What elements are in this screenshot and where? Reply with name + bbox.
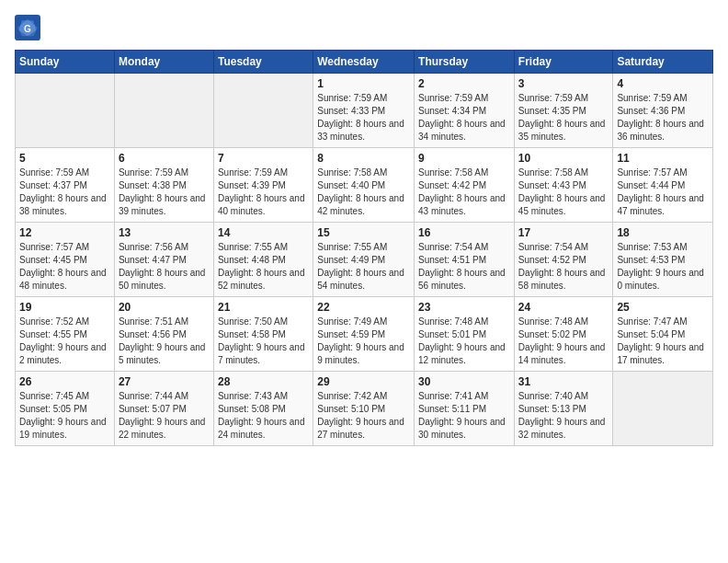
weekday-header: Monday — [114, 51, 213, 74]
day-number: 17 — [518, 226, 609, 239]
day-info: Sunrise: 7:59 AM Sunset: 4:33 PM Dayligh… — [317, 92, 410, 144]
calendar-cell: 3Sunrise: 7:59 AM Sunset: 4:35 PM Daylig… — [514, 74, 613, 148]
day-info: Sunrise: 7:43 AM Sunset: 5:08 PM Dayligh… — [218, 390, 309, 442]
day-info: Sunrise: 7:54 AM Sunset: 4:51 PM Dayligh… — [418, 241, 510, 293]
calendar-cell — [213, 74, 313, 148]
day-info: Sunrise: 7:58 AM Sunset: 4:43 PM Dayligh… — [518, 167, 609, 218]
day-info: Sunrise: 7:42 AM Sunset: 5:10 PM Dayligh… — [317, 390, 410, 442]
calendar-cell: 28Sunrise: 7:43 AM Sunset: 5:08 PM Dayli… — [213, 372, 313, 446]
day-number: 3 — [518, 77, 609, 90]
day-info: Sunrise: 7:57 AM Sunset: 4:44 PM Dayligh… — [617, 167, 709, 218]
calendar-cell — [16, 74, 115, 148]
calendar-cell: 21Sunrise: 7:50 AM Sunset: 4:58 PM Dayli… — [213, 297, 313, 372]
day-number: 23 — [418, 301, 510, 314]
day-number: 26 — [19, 375, 110, 388]
calendar-cell: 11Sunrise: 7:57 AM Sunset: 4:44 PM Dayli… — [613, 148, 713, 223]
day-number: 2 — [418, 77, 510, 90]
calendar-cell: 10Sunrise: 7:58 AM Sunset: 4:43 PM Dayli… — [514, 148, 613, 223]
day-info: Sunrise: 7:59 AM Sunset: 4:35 PM Dayligh… — [518, 92, 609, 144]
day-info: Sunrise: 7:50 AM Sunset: 4:58 PM Dayligh… — [218, 316, 309, 367]
calendar-cell: 25Sunrise: 7:47 AM Sunset: 5:04 PM Dayli… — [613, 297, 713, 372]
calendar-cell: 16Sunrise: 7:54 AM Sunset: 4:51 PM Dayli… — [415, 223, 515, 297]
day-number: 27 — [119, 375, 210, 388]
day-info: Sunrise: 7:57 AM Sunset: 4:45 PM Dayligh… — [19, 241, 110, 293]
calendar-cell: 31Sunrise: 7:40 AM Sunset: 5:13 PM Dayli… — [514, 372, 613, 446]
weekday-header: Tuesday — [213, 51, 313, 74]
day-info: Sunrise: 7:59 AM Sunset: 4:39 PM Dayligh… — [218, 167, 309, 218]
calendar-cell — [613, 372, 713, 446]
calendar-table: SundayMondayTuesdayWednesdayThursdayFrid… — [15, 50, 713, 446]
day-info: Sunrise: 7:40 AM Sunset: 5:13 PM Dayligh… — [518, 390, 609, 442]
day-number: 30 — [418, 375, 510, 388]
weekday-header: Sunday — [16, 51, 115, 74]
day-info: Sunrise: 7:59 AM Sunset: 4:38 PM Dayligh… — [119, 167, 210, 218]
day-number: 10 — [518, 152, 609, 165]
logo-icon: G — [15, 15, 40, 40]
day-number: 21 — [218, 301, 309, 314]
day-number: 13 — [119, 226, 210, 239]
day-info: Sunrise: 7:49 AM Sunset: 4:59 PM Dayligh… — [317, 316, 410, 367]
day-number: 19 — [19, 301, 110, 314]
weekday-header: Thursday — [415, 51, 515, 74]
calendar-week-row: 1Sunrise: 7:59 AM Sunset: 4:33 PM Daylig… — [16, 74, 713, 148]
calendar-cell: 13Sunrise: 7:56 AM Sunset: 4:47 PM Dayli… — [114, 223, 213, 297]
day-number: 1 — [317, 77, 410, 90]
day-number: 4 — [617, 77, 709, 90]
calendar-week-row: 5Sunrise: 7:59 AM Sunset: 4:37 PM Daylig… — [16, 148, 713, 223]
day-number: 22 — [317, 301, 410, 314]
weekday-header: Wednesday — [313, 51, 415, 74]
day-info: Sunrise: 7:51 AM Sunset: 4:56 PM Dayligh… — [119, 316, 210, 367]
calendar-cell: 4Sunrise: 7:59 AM Sunset: 4:36 PM Daylig… — [613, 74, 713, 148]
calendar-week-row: 19Sunrise: 7:52 AM Sunset: 4:55 PM Dayli… — [16, 297, 713, 372]
calendar-cell — [114, 74, 213, 148]
day-number: 11 — [617, 152, 709, 165]
calendar-week-row: 26Sunrise: 7:45 AM Sunset: 5:05 PM Dayli… — [16, 372, 713, 446]
logo: G — [15, 15, 44, 40]
day-info: Sunrise: 7:47 AM Sunset: 5:04 PM Dayligh… — [617, 316, 709, 367]
calendar-cell: 18Sunrise: 7:53 AM Sunset: 4:53 PM Dayli… — [613, 223, 713, 297]
day-number: 25 — [617, 301, 709, 314]
day-number: 28 — [218, 375, 309, 388]
day-info: Sunrise: 7:44 AM Sunset: 5:07 PM Dayligh… — [119, 390, 210, 442]
calendar-week-row: 12Sunrise: 7:57 AM Sunset: 4:45 PM Dayli… — [16, 223, 713, 297]
day-info: Sunrise: 7:55 AM Sunset: 4:48 PM Dayligh… — [218, 241, 309, 293]
day-info: Sunrise: 7:53 AM Sunset: 4:53 PM Dayligh… — [617, 241, 709, 293]
calendar-cell: 30Sunrise: 7:41 AM Sunset: 5:11 PM Dayli… — [415, 372, 515, 446]
day-number: 31 — [518, 375, 609, 388]
day-info: Sunrise: 7:41 AM Sunset: 5:11 PM Dayligh… — [418, 390, 510, 442]
calendar-cell: 7Sunrise: 7:59 AM Sunset: 4:39 PM Daylig… — [213, 148, 313, 223]
calendar-cell: 15Sunrise: 7:55 AM Sunset: 4:49 PM Dayli… — [313, 223, 415, 297]
day-info: Sunrise: 7:59 AM Sunset: 4:34 PM Dayligh… — [418, 92, 510, 144]
calendar-cell: 9Sunrise: 7:58 AM Sunset: 4:42 PM Daylig… — [415, 148, 515, 223]
calendar-cell: 14Sunrise: 7:55 AM Sunset: 4:48 PM Dayli… — [213, 223, 313, 297]
day-number: 20 — [119, 301, 210, 314]
calendar-cell: 5Sunrise: 7:59 AM Sunset: 4:37 PM Daylig… — [16, 148, 115, 223]
calendar-cell: 17Sunrise: 7:54 AM Sunset: 4:52 PM Dayli… — [514, 223, 613, 297]
calendar-cell: 26Sunrise: 7:45 AM Sunset: 5:05 PM Dayli… — [16, 372, 115, 446]
day-number: 14 — [218, 226, 309, 239]
day-number: 8 — [317, 152, 410, 165]
page-header: G — [15, 15, 713, 40]
calendar-cell: 2Sunrise: 7:59 AM Sunset: 4:34 PM Daylig… — [415, 74, 515, 148]
day-number: 6 — [119, 152, 210, 165]
calendar-cell: 12Sunrise: 7:57 AM Sunset: 4:45 PM Dayli… — [16, 223, 115, 297]
calendar-cell: 22Sunrise: 7:49 AM Sunset: 4:59 PM Dayli… — [313, 297, 415, 372]
day-number: 15 — [317, 226, 410, 239]
day-info: Sunrise: 7:56 AM Sunset: 4:47 PM Dayligh… — [119, 241, 210, 293]
day-number: 12 — [19, 226, 110, 239]
calendar-cell: 23Sunrise: 7:48 AM Sunset: 5:01 PM Dayli… — [415, 297, 515, 372]
calendar-cell: 6Sunrise: 7:59 AM Sunset: 4:38 PM Daylig… — [114, 148, 213, 223]
day-number: 18 — [617, 226, 709, 239]
day-info: Sunrise: 7:45 AM Sunset: 5:05 PM Dayligh… — [19, 390, 110, 442]
day-number: 7 — [218, 152, 309, 165]
weekday-header: Saturday — [613, 51, 713, 74]
day-info: Sunrise: 7:59 AM Sunset: 4:36 PM Dayligh… — [617, 92, 709, 144]
day-info: Sunrise: 7:48 AM Sunset: 5:01 PM Dayligh… — [418, 316, 510, 367]
day-info: Sunrise: 7:55 AM Sunset: 4:49 PM Dayligh… — [317, 241, 410, 293]
calendar-cell: 27Sunrise: 7:44 AM Sunset: 5:07 PM Dayli… — [114, 372, 213, 446]
svg-text:G: G — [24, 24, 31, 34]
weekday-header: Friday — [514, 51, 613, 74]
day-info: Sunrise: 7:52 AM Sunset: 4:55 PM Dayligh… — [19, 316, 110, 367]
calendar-cell: 8Sunrise: 7:58 AM Sunset: 4:40 PM Daylig… — [313, 148, 415, 223]
day-info: Sunrise: 7:54 AM Sunset: 4:52 PM Dayligh… — [518, 241, 609, 293]
